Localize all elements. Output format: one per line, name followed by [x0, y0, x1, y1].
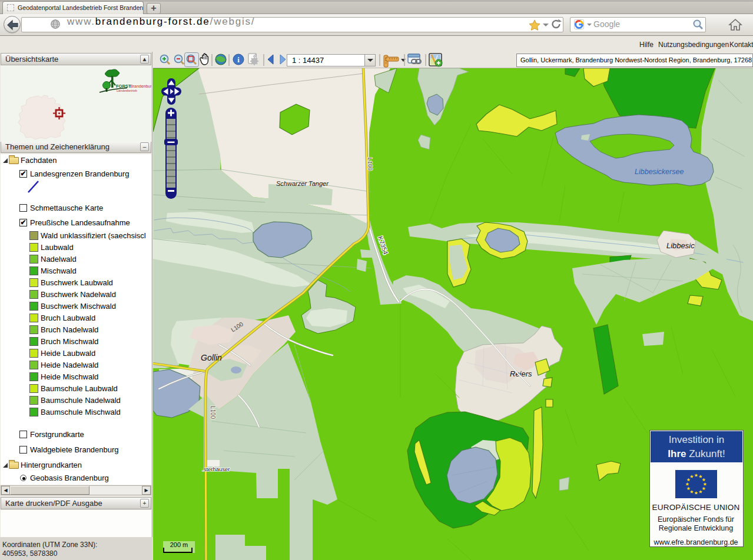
svg-text:FORST: FORST: [116, 84, 131, 89]
svg-text:Schwarzer Tanger: Schwarzer Tanger: [276, 180, 329, 187]
svg-text:Gollin: Gollin: [201, 353, 222, 362]
svg-text:L100: L100: [210, 406, 216, 419]
svg-text:Libbesickersee: Libbesickersee: [635, 168, 684, 176]
svg-text:i: i: [237, 55, 240, 64]
svg-text:L100: L100: [367, 158, 374, 171]
svg-text:Landesbetrieb: Landesbetrieb: [117, 89, 137, 92]
svg-text:.sterhäuser: .sterhäuser: [202, 466, 230, 472]
svg-text:Libbesic: Libbesic: [666, 241, 695, 250]
svg-text:Brandenburg: Brandenburg: [130, 84, 151, 89]
